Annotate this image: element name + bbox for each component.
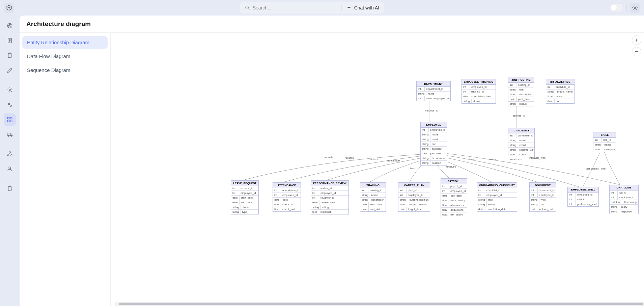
relationship-label: records	[345, 156, 354, 159]
entity-field-row: intemployee_id	[398, 193, 430, 198]
rail-user[interactable]	[4, 163, 16, 175]
scrollbar-thumb[interactable]	[119, 303, 643, 305]
svg-rect-11	[7, 117, 9, 119]
entity-field-row: intreview_id	[311, 186, 348, 191]
entity-field-row: stringname	[417, 92, 450, 96]
page-title: Architecture diagram	[26, 20, 637, 28]
entity-field-row: datetarget_date	[398, 207, 430, 211]
entity-field-row: intemployee_id	[311, 191, 348, 196]
entity-box[interactable]: PAYROLLintpayroll_idintemployee_iddatepa…	[441, 178, 467, 217]
entity-field-row: stringemail	[421, 137, 447, 142]
rail-org[interactable]	[4, 148, 16, 160]
modules-icon	[7, 117, 13, 123]
rail-gear1[interactable]	[4, 84, 16, 96]
entity-header: DEPARTMENT	[417, 81, 450, 87]
entity-field-row: intemployee_id	[441, 189, 467, 194]
svg-rect-19	[7, 155, 9, 156]
svg-point-1	[634, 7, 636, 9]
topbar: Search... Chat with AI	[0, 0, 644, 16]
entity-header: DOCUMENT	[530, 183, 556, 188]
entity-box[interactable]: EMPLOYEE_SKILLintemployee_idintskill_idi…	[567, 187, 599, 207]
entity-field-row: inthead_employee_id	[417, 96, 450, 101]
entity-field-row: stringstatus	[477, 202, 517, 207]
truck-icon	[7, 131, 13, 137]
entity-field-row: intanalytics_id	[546, 85, 574, 90]
entity-box[interactable]: EMPLOYEE_TRAININGintemployee_idinttraini…	[461, 79, 496, 104]
logo-button[interactable]	[4, 3, 14, 13]
entity-box[interactable]: DEPARTMENTintdepartment_idstringnameinth…	[416, 81, 451, 101]
entity-box[interactable]: LEAVE_REQUESTintrequest_idintemployee_id…	[231, 180, 259, 214]
rail-truck[interactable]	[4, 128, 16, 141]
entity-box[interactable]: ONBOARDING_CHECKLISTintchecklist_idintem…	[477, 182, 517, 212]
entity-header: HR_ANALYTICS	[546, 79, 574, 85]
entity-field-row: intemployee_id	[530, 193, 556, 198]
relationship-label: receives	[368, 158, 378, 161]
entity-field-row: stringdepartment	[421, 156, 447, 161]
entity-field-row: stringname	[593, 143, 616, 147]
theme-toggle[interactable]	[610, 4, 623, 11]
entity-field-row: stringname	[421, 132, 447, 137]
entity-header: ONBOARDING_CHECKLIST	[477, 183, 517, 188]
nav-item[interactable]: Entity Relationship Diagram	[22, 36, 108, 49]
pen-icon	[7, 67, 13, 73]
entity-field-row: datepay_date	[441, 194, 467, 198]
entity-box[interactable]: CANDIDATEintcandidate_idstringnamestring…	[508, 128, 535, 157]
entity-box[interactable]: ATTENDANCEintattendance_idintemployee_id…	[273, 182, 301, 212]
svg-point-3	[8, 24, 11, 27]
entity-field-row: stringtitle	[508, 87, 534, 92]
entity-box[interactable]: SKILLintskill_idstringnamestringcategory	[593, 132, 616, 152]
search-input[interactable]: Search...	[240, 5, 341, 10]
entity-field-row: stringtype	[231, 210, 258, 214]
entity-box[interactable]: DOCUMENTintdocument_idintemployee_idstri…	[529, 182, 556, 212]
org-icon	[7, 151, 13, 157]
entity-box[interactable]: HR_ANALYTICSintanalytics_idstringmetric_…	[546, 79, 575, 104]
zoom-out-button[interactable]: −	[632, 47, 641, 56]
gears-icon	[7, 102, 13, 108]
rail-doc1[interactable]	[4, 34, 16, 47]
svg-point-0	[246, 6, 249, 9]
settings-button[interactable]	[630, 3, 640, 13]
entity-field-row: intlog_id	[610, 190, 638, 195]
chat-with-ai-button[interactable]: Chat with AI	[341, 5, 384, 10]
divider	[626, 4, 626, 11]
rail-clip2[interactable]	[4, 182, 16, 195]
clipboard-icon	[7, 52, 13, 58]
entity-field-row: intemployee_id	[273, 193, 301, 198]
entity-box[interactable]: TRAININGinttraining_idstringnamestringde…	[360, 182, 386, 212]
zoom-in-button[interactable]: +	[632, 35, 641, 45]
topbar-center: Search... Chat with AI	[18, 2, 606, 14]
entity-field-row: intreviewer_id	[311, 196, 348, 200]
nav-item[interactable]: Data Flow Diagram	[22, 50, 108, 62]
entity-box[interactable]: CHAT_LOGintlog_idintemployee_iddatetimet…	[609, 185, 639, 214]
entity-header: EMPLOYEE_TRAINING	[462, 79, 496, 85]
entity-box[interactable]: PERFORMANCE_REVIEWintreview_idintemploye…	[311, 180, 349, 214]
rail-pen[interactable]	[4, 64, 16, 76]
entity-field-row: intemployee_id	[610, 195, 638, 200]
entity-header: JOB_POSTING	[508, 77, 534, 83]
relationship-label: associated_with	[586, 167, 606, 170]
diagram-canvas[interactable]: DEPARTMENTintdepartment_idstringnameinth…	[111, 33, 644, 306]
entity-box[interactable]: EMPLOYEEintemployee_idstringnamestringem…	[420, 122, 447, 165]
entity-field-row: intdepartment_id	[417, 87, 450, 92]
rail-gear2[interactable]	[4, 99, 16, 111]
entity-field-row: intproficiency_level	[568, 202, 598, 206]
search-placeholder: Search...	[253, 5, 272, 10]
entity-field-row: intposting_id	[508, 83, 534, 87]
entity-header: EMPLOYEE	[421, 122, 447, 128]
entity-header: PAYROLL	[441, 179, 467, 184]
entity-box[interactable]: CAREER_PLANintplan_idintemployee_idstrin…	[398, 182, 430, 212]
entity-field-row: datedate	[546, 99, 574, 103]
entity-header: CAREER_PLAN	[398, 183, 430, 188]
entity-field-row: datedate	[273, 198, 301, 202]
nav-item[interactable]: Sequence Diagram	[22, 64, 108, 76]
entity-box[interactable]: JOB_POSTINGintposting_idstringtitlestrin…	[508, 77, 534, 106]
rail-architecture[interactable]	[4, 113, 16, 126]
entity-field-row: stringrating	[311, 205, 348, 210]
rail-target[interactable]	[4, 20, 16, 32]
entity-field-row: textfeedback	[311, 210, 348, 214]
entity-field-row: intdocument_id	[530, 188, 556, 193]
rail-clipboard[interactable]	[4, 49, 16, 61]
horizontal-scrollbar[interactable]	[115, 302, 644, 306]
entity-field-row: stringresume_url	[508, 148, 534, 152]
entity-field-row: inttraining_id	[462, 90, 496, 94]
